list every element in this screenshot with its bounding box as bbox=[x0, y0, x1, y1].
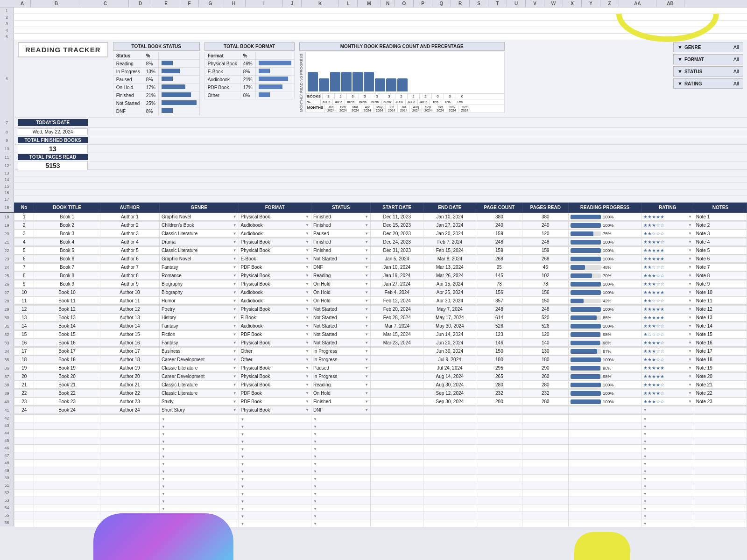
format-row-pdf: PDF Book 17% bbox=[204, 84, 294, 91]
row-number-25: 25 bbox=[0, 272, 14, 280]
book-start-date: Jan 19, 2024 bbox=[371, 272, 423, 280]
book-no: 6 bbox=[14, 255, 34, 263]
book-notes: Note 11 bbox=[694, 297, 747, 305]
chart-area bbox=[305, 52, 505, 94]
book-genre: Fantasy▼ bbox=[159, 322, 239, 330]
book-format: PDF Book▼ bbox=[239, 264, 311, 271]
book-row-7: 7 Book 7 Author 7 Fantasy▼ PDF Book▼ DNF… bbox=[14, 264, 747, 271]
book-progress: 42% bbox=[569, 297, 641, 305]
book-notes: Note 2 bbox=[694, 222, 747, 229]
book-row-1: 1 Book 1 Author 1 Graphic Novel▼ Physica… bbox=[14, 213, 747, 221]
bottom-blob-decoration bbox=[93, 513, 233, 560]
empty-row: 47 ▼ ▼ ▼ ▼ bbox=[0, 452, 747, 459]
book-start-date: Jan 27, 2024 bbox=[371, 280, 423, 288]
book-author: Author 12 bbox=[100, 306, 159, 313]
book-rating: ★★★★★▼ bbox=[641, 289, 694, 296]
col-header-w: W bbox=[544, 0, 563, 7]
book-start-date: Mar 23, 2024 bbox=[371, 339, 423, 347]
book-format: E-Book▼ bbox=[239, 255, 311, 263]
book-start-date bbox=[371, 390, 423, 397]
book-rating: ★★★☆☆▼ bbox=[641, 398, 694, 406]
book-progress: 100% bbox=[569, 222, 641, 229]
book-page-count: 159 bbox=[476, 230, 522, 238]
book-end-date: Mar 8, 2024 bbox=[423, 255, 476, 263]
col-header-l: L bbox=[339, 0, 358, 7]
book-rating: ★★★★★▼ bbox=[641, 213, 694, 221]
book-progress: 100% bbox=[569, 398, 641, 406]
filter-icon-genre: ▼ bbox=[677, 44, 683, 50]
genre-filter[interactable]: ▼ GENRE All bbox=[673, 42, 743, 52]
today-date-value: Wed, May 22, 2024 bbox=[18, 128, 88, 135]
book-pages-read: 248 bbox=[522, 306, 569, 313]
book-genre: Romance▼ bbox=[159, 272, 239, 280]
book-notes: Note 14 bbox=[694, 322, 747, 330]
format-filter[interactable]: ▼ FORMAT All bbox=[673, 54, 743, 64]
book-author: Author 20 bbox=[100, 373, 159, 380]
book-start-date: Feb 20, 2024 bbox=[371, 306, 423, 313]
status-row-inprogress: In Progress 13% bbox=[113, 68, 199, 76]
table-row: 21 4 Book 4 Author 4 Drama▼ Physical Boo… bbox=[0, 238, 747, 246]
row-num-2: 2 bbox=[0, 14, 14, 20]
bottom-blob2-decoration bbox=[574, 532, 630, 560]
book-notes: Note 18 bbox=[694, 356, 747, 364]
today-date-label: TODAY'S DATE bbox=[18, 119, 88, 126]
rating-filter[interactable]: ▼ RATING All bbox=[673, 78, 743, 89]
chart-bar bbox=[341, 72, 352, 91]
book-title: Book 22 bbox=[34, 390, 100, 397]
status-row-onhold: On Hold 17% bbox=[113, 84, 199, 91]
book-start-date: Dec 31, 2023 bbox=[371, 247, 423, 254]
book-page-count: 123 bbox=[476, 331, 522, 338]
book-title: Book 2 bbox=[34, 222, 100, 229]
book-author: Author 9 bbox=[100, 280, 159, 288]
book-no: 8 bbox=[14, 272, 34, 280]
book-progress: 100% bbox=[569, 381, 641, 389]
book-no: 5 bbox=[14, 247, 34, 254]
book-author: Author 10 bbox=[100, 289, 159, 296]
book-status: Paused▼ bbox=[311, 364, 371, 372]
book-progress: 100% bbox=[569, 306, 641, 313]
row-num-54: 54 bbox=[0, 504, 14, 511]
book-status: On Hold▼ bbox=[311, 289, 371, 296]
book-progress: 100% bbox=[569, 280, 641, 288]
row-num-3: 3 bbox=[0, 21, 14, 27]
chart-bar bbox=[397, 78, 408, 91]
book-title: Book 9 bbox=[34, 280, 100, 288]
status-row-paused: Paused 8% bbox=[113, 76, 199, 84]
status-row-reading: Reading 8% bbox=[113, 60, 199, 68]
book-row-24: 24 Book 24 Author 24 Short Story▼ Physic… bbox=[14, 406, 747, 414]
row-num-7: 7 bbox=[0, 118, 14, 127]
book-progress: 100% bbox=[569, 247, 641, 254]
book-title: Book 8 bbox=[34, 272, 100, 280]
book-pages-read: 526 bbox=[522, 322, 569, 330]
col-header-r: R bbox=[451, 0, 470, 7]
status-filter[interactable]: ▼ STATUS All bbox=[673, 66, 743, 77]
book-format: Physical Book▼ bbox=[239, 364, 311, 372]
table-row: 18 1 Book 1 Author 1 Graphic Novel▼ Phys… bbox=[0, 213, 747, 221]
book-pages-read: 260 bbox=[522, 373, 569, 380]
finished-books-label: TOTAL FINISHED BOOKS bbox=[18, 137, 88, 143]
row-number-37: 37 bbox=[0, 372, 14, 380]
rating-filter-label: RATING bbox=[684, 81, 702, 86]
book-row-15: 15 Book 15 Author 15 Fiction▼ PDF Book▼ … bbox=[14, 331, 747, 338]
book-end-date: Mar 26, 2024 bbox=[423, 272, 476, 280]
row-number-29: 29 bbox=[0, 305, 14, 313]
book-end-date: Jul 24, 2024 bbox=[423, 364, 476, 372]
book-row-9: 9 Book 9 Author 9 Biography▼ Physical Bo… bbox=[14, 280, 747, 288]
book-page-count: 248 bbox=[476, 238, 522, 246]
chart-bar bbox=[375, 78, 385, 91]
book-row-4: 4 Book 4 Author 4 Drama▼ Physical Book▼ … bbox=[14, 238, 747, 246]
book-status: On Hold▼ bbox=[311, 280, 371, 288]
book-page-count: 265 bbox=[476, 373, 522, 380]
rating-filter-value: All bbox=[733, 81, 739, 86]
book-genre: Poetry▼ bbox=[159, 306, 239, 313]
book-status: Finished▼ bbox=[311, 213, 371, 221]
book-genre: Fantasy▼ bbox=[159, 339, 239, 347]
book-page-count: 248 bbox=[476, 306, 522, 313]
row-number-27: 27 bbox=[0, 288, 14, 296]
book-notes: Note 13 bbox=[694, 314, 747, 322]
book-no: 24 bbox=[14, 406, 34, 414]
book-title: Book 4 bbox=[34, 238, 100, 246]
book-format: PDF Book▼ bbox=[239, 331, 311, 338]
book-notes: Note 19 bbox=[694, 364, 747, 372]
row-number-34: 34 bbox=[0, 347, 14, 355]
